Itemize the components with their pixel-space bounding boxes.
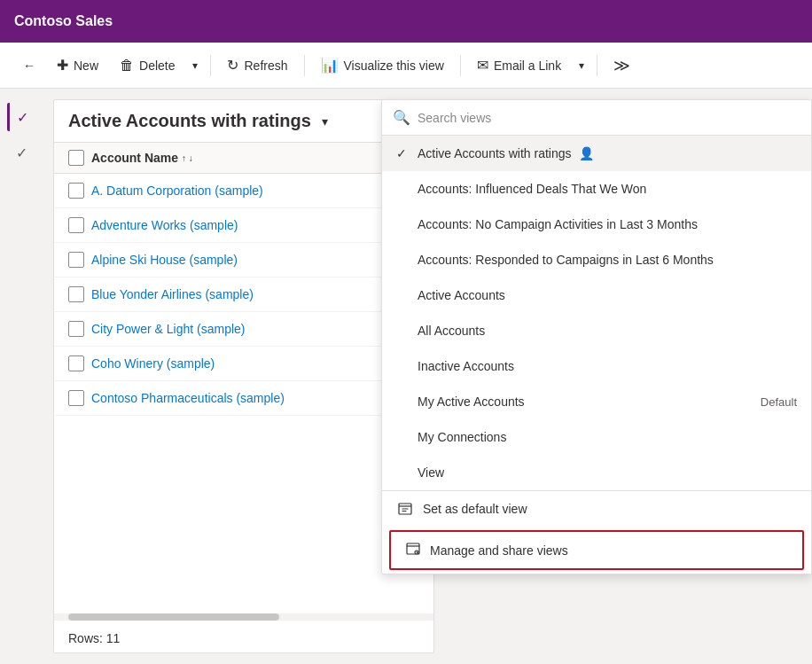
row-checkbox-3[interactable] [68, 252, 84, 268]
table-row[interactable]: Blue Yonder Airlines (sample) [54, 277, 433, 312]
refresh-button[interactable]: ↻ Refresh [218, 51, 296, 79]
view-item-active[interactable]: ✓ Active Accounts with ratings 👤 [382, 136, 811, 171]
refresh-icon: ↻ [227, 57, 238, 74]
views-dropdown-panel: 🔍 ✓ Active Accounts with ratings 👤 Accou… [381, 99, 812, 574]
delete-chevron[interactable]: ▾ [187, 54, 203, 77]
delete-icon: 🗑 [120, 58, 134, 74]
left-sidebar: ✓ ✓ [0, 89, 43, 664]
view-chevron[interactable]: ▾ [322, 114, 328, 129]
more-button[interactable]: ≫ [605, 51, 639, 81]
row-checkbox-6[interactable] [68, 355, 84, 371]
back-icon: ← [23, 59, 35, 73]
account-link-3[interactable]: Alpine Ski House (sample) [91, 253, 238, 267]
select-all-checkbox[interactable] [68, 150, 84, 166]
list-item[interactable]: My Connections [382, 419, 811, 455]
row-checkbox-4[interactable] [68, 286, 84, 302]
account-link-6[interactable]: Coho Winery (sample) [91, 356, 215, 371]
sort-icons[interactable]: ↑ ↓ [182, 153, 193, 163]
toolbar: ← ✚ New 🗑 Delete ▾ ↻ Refresh 📊 Visualize… [0, 43, 812, 89]
table-row[interactable]: Adventure Works (sample) [54, 208, 433, 243]
row-checkbox-7[interactable] [68, 390, 84, 406]
sidebar-icon-2[interactable]: ✓ [7, 138, 35, 167]
list-item[interactable]: Accounts: No Campaign Activities in Last… [382, 207, 811, 242]
column-header-row: Account Name ↑ ↓ [54, 143, 433, 174]
list-item[interactable]: Accounts: Influenced Deals That We Won [382, 171, 811, 207]
table-row[interactable]: City Power & Light (sample) [54, 312, 433, 347]
list-item-my-active[interactable]: My Active Accounts Default [382, 384, 811, 419]
separator-3 [460, 55, 461, 76]
list-item[interactable]: Inactive Accounts [382, 348, 811, 384]
account-link-7[interactable]: Contoso Pharmaceuticals (sample) [91, 391, 285, 405]
separator-4 [597, 55, 597, 76]
email-icon: ✉ [477, 57, 488, 74]
grid-header-row: Active Accounts with ratings ▾ [54, 100, 433, 143]
manage-icon [405, 541, 421, 559]
search-icon: 🔍 [393, 109, 410, 126]
back-button[interactable]: ← [14, 53, 44, 78]
set-default-label: Set as default view [423, 502, 527, 516]
table-row[interactable]: Contoso Pharmaceuticals (sample) [54, 381, 433, 416]
account-name-header: Account Name ↑ ↓ [91, 151, 193, 165]
search-box: 🔍 [382, 100, 811, 136]
account-link-4[interactable]: Blue Yonder Airlines (sample) [91, 287, 254, 301]
rows-count: Rows: 11 [68, 631, 120, 645]
grid-rows: A. Datum Corporation (sample) Adventure … [54, 174, 433, 416]
checkmark-icon: ✓ [396, 146, 410, 160]
app-title: Contoso Sales [14, 13, 113, 29]
list-item[interactable]: All Accounts [382, 313, 811, 348]
plus-icon: ✚ [57, 57, 68, 74]
separator-1 [210, 55, 211, 76]
table-row[interactable]: A. Datum Corporation (sample) [54, 174, 433, 208]
table-row[interactable]: Alpine Ski House (sample) [54, 243, 433, 277]
grid-panel: Active Accounts with ratings ▾ Account N… [53, 99, 434, 653]
sidebar-icon-1[interactable]: ✓ [7, 103, 35, 131]
row-checkbox-1[interactable] [68, 183, 84, 199]
more-icon: ≫ [613, 56, 630, 75]
set-default-view-item[interactable]: Set as default view [382, 491, 811, 527]
grid-footer: Rows: 11 [68, 631, 120, 645]
set-default-icon [396, 500, 414, 518]
new-button[interactable]: ✚ New [48, 51, 107, 79]
account-link-5[interactable]: City Power & Light (sample) [91, 322, 246, 336]
person-icon: 👤 [579, 146, 594, 160]
account-link-2[interactable]: Adventure Works (sample) [91, 218, 238, 232]
list-item[interactable]: View [382, 455, 811, 490]
table-row[interactable]: Coho Winery (sample) [54, 347, 433, 381]
manage-share-views-item[interactable]: Manage and share views [389, 530, 804, 570]
default-badge: Default [761, 395, 797, 409]
view-title: Active Accounts with ratings [68, 111, 311, 131]
email-chevron[interactable]: ▾ [574, 54, 589, 77]
account-link-1[interactable]: A. Datum Corporation (sample) [91, 184, 263, 198]
chart-icon: 📊 [321, 57, 339, 74]
top-bar: Contoso Sales [0, 0, 812, 43]
main-content: ✓ ✓ Active Accounts with ratings ▾ Accou… [0, 89, 812, 664]
search-input[interactable] [418, 111, 800, 125]
row-checkbox-5[interactable] [68, 321, 84, 337]
row-checkbox-2[interactable] [68, 217, 84, 233]
delete-button[interactable]: 🗑 Delete [111, 52, 183, 79]
separator-2 [304, 55, 305, 76]
visualize-button[interactable]: 📊 Visualize this view [312, 51, 453, 79]
list-item[interactable]: Active Accounts [382, 277, 811, 313]
view-item-label: Active Accounts with ratings [418, 146, 572, 160]
manage-label: Manage and share views [430, 543, 568, 558]
view-list: ✓ Active Accounts with ratings 👤 Account… [382, 136, 811, 574]
list-item[interactable]: Accounts: Responded to Campaigns in Last… [382, 242, 811, 277]
email-button[interactable]: ✉ Email a Link [468, 51, 570, 79]
